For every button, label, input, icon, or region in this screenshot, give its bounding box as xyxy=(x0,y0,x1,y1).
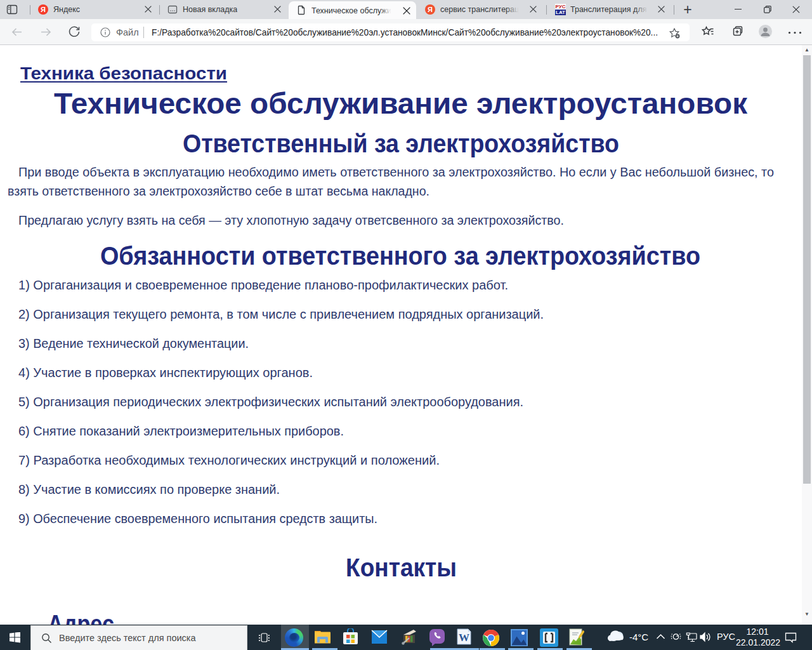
svg-text:W: W xyxy=(459,632,469,644)
